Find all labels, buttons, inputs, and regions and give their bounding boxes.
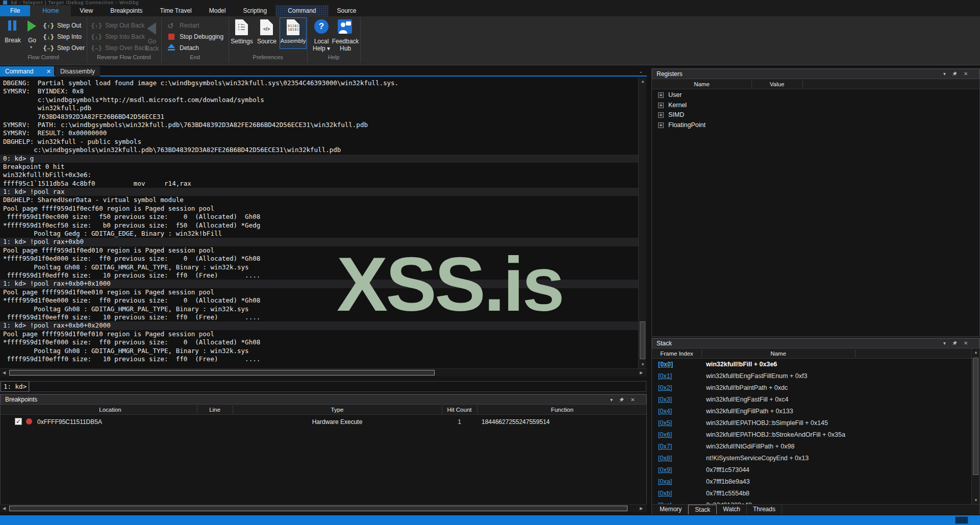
detach-button[interactable]: Detach <box>180 43 199 53</box>
step-out-button[interactable]: {↑} Step Out <box>43 20 81 31</box>
scroll-thumb[interactable] <box>9 506 627 511</box>
stack-frame-row[interactable]: [0x1] win32kfull!bEngFastFillEnum + 0xf3 <box>652 370 971 382</box>
stack-frame-row[interactable]: [0xa] 0x7fff1b8e9a43 <box>652 476 971 488</box>
frame-index-link[interactable]: [0x9] <box>658 464 672 476</box>
column-header[interactable]: Name <box>652 79 751 89</box>
expand-plus-icon[interactable] <box>658 122 664 128</box>
frame-index-link[interactable]: [0x2] <box>658 382 672 394</box>
panel-tab[interactable]: Threads <box>747 505 782 514</box>
go-dropdown-caret[interactable]: ▾ <box>30 45 32 49</box>
stack-frame-row[interactable]: [0x2] win32kfull!bPaintPath + 0xdc <box>652 382 971 394</box>
panel-tab[interactable]: Stack <box>688 505 717 514</box>
column-header[interactable]: Type <box>233 405 442 415</box>
step-over-button[interactable]: {→} Step Over <box>43 43 85 53</box>
expand-plus-icon[interactable] <box>658 103 664 108</box>
close-icon[interactable]: ✕ <box>631 397 635 403</box>
stack-frame-row[interactable]: [0x8] nt!KiSystemServiceCopyEnd + 0x13 <box>652 453 971 464</box>
step-into-back-button[interactable]: {↓} Step Into Back <box>91 32 145 42</box>
command-horizontal-scrollbar[interactable]: ◀ ▶ <box>0 368 647 377</box>
stack-frame-row[interactable]: [0x7] win32kfull!NtGdiFillPath + 0x98 <box>652 441 971 453</box>
panel-menu-icon[interactable]: ▾ <box>943 71 946 77</box>
breakpoints-horizontal-scrollbar[interactable]: ◀ ▶ <box>0 504 647 512</box>
pin-icon[interactable] <box>952 71 958 77</box>
tab-disassembly[interactable]: Disassembly <box>55 66 100 77</box>
column-header[interactable]: Location <box>23 405 197 415</box>
ribbon-tab[interactable]: Source <box>329 5 365 16</box>
ribbon-tab[interactable]: Command <box>275 5 328 16</box>
stack-frame-row[interactable]: [0x3] win32kfull!EngFastFill + 0xc4 <box>652 394 971 406</box>
register-group-row[interactable]: User <box>652 90 979 101</box>
chevron-down-icon[interactable]: ⌄ <box>639 68 643 74</box>
status-grip[interactable] <box>955 516 968 524</box>
restart-button[interactable]: Restart <box>180 20 199 31</box>
source-button[interactable]: Source <box>255 38 279 45</box>
go-button[interactable]: Go <box>23 37 41 44</box>
frame-index-link[interactable]: [0x0] <box>658 359 673 370</box>
stack-frame-row[interactable]: [0x4] win32kfull!EngFillPath + 0x133 <box>652 406 971 417</box>
scroll-down-icon[interactable]: ▼ <box>972 496 980 504</box>
scroll-left-icon[interactable]: ◀ <box>0 505 8 512</box>
column-header[interactable]: Frame Index <box>652 348 701 359</box>
step-into-button[interactable]: {↓} Step Into <box>43 32 82 42</box>
register-group-row[interactable]: Kernel <box>652 101 979 111</box>
ribbon-tab[interactable]: Time Travel <box>152 5 200 16</box>
assembly-button[interactable]: Assembly <box>280 38 307 44</box>
pin-icon[interactable] <box>619 397 624 403</box>
stack-frame-row[interactable]: [0x6] win32kfull!EPATHOBJ::bStrokeAndOrF… <box>652 429 971 441</box>
column-header[interactable]: Line <box>197 405 233 415</box>
command-vertical-scrollbar[interactable]: ▲ ▼ <box>638 78 646 368</box>
ribbon-tab[interactable]: Home <box>30 5 71 16</box>
ribbon-tab[interactable]: Model <box>200 5 235 16</box>
scroll-down-icon[interactable]: ▼ <box>639 361 647 368</box>
panel-tab[interactable]: Watch <box>717 505 747 514</box>
stack-frame-row[interactable]: [0xb] 0x7fff1c5554b8 <box>652 488 971 499</box>
close-icon[interactable]: ✕ <box>964 340 968 346</box>
stack-frame-row[interactable]: [0x0] win32kfull!bFill + 0x3e6 <box>652 359 971 370</box>
frame-index-link[interactable]: [0x3] <box>658 394 672 406</box>
scroll-up-icon[interactable]: ▲ <box>639 78 647 85</box>
settings-button[interactable]: Settings <box>229 38 255 45</box>
feedback-hub-button[interactable]: Feedback <box>331 38 360 45</box>
column-header[interactable]: Hit Count <box>442 405 477 415</box>
close-icon[interactable]: ✕ <box>964 71 968 77</box>
command-input[interactable] <box>29 381 646 392</box>
frame-index-link[interactable]: [0x4] <box>658 406 672 417</box>
register-group-row[interactable]: FloatingPoint <box>652 120 979 131</box>
frame-index-link[interactable]: [0x8] <box>658 453 672 464</box>
pin-icon[interactable] <box>952 340 958 346</box>
step-out-back-button[interactable]: {↑} Step Out Back <box>91 20 144 31</box>
frame-index-link[interactable]: [0x1] <box>658 370 672 382</box>
stack-frame-row[interactable]: [0x9] 0x7fff1c573044 <box>652 464 971 476</box>
local-help-button[interactable]: Local <box>310 38 333 45</box>
column-header[interactable]: Value <box>751 79 802 89</box>
column-header[interactable]: Function <box>477 405 647 415</box>
ribbon-tab[interactable]: File <box>0 5 30 16</box>
ribbon-tab[interactable]: View <box>71 5 102 16</box>
frame-index-link[interactable]: [0x5] <box>658 417 672 429</box>
step-over-back-button[interactable]: {→} Step Over Back <box>91 43 148 53</box>
frame-index-link[interactable]: [0x6] <box>658 429 672 441</box>
column-header[interactable]: Name <box>701 348 855 359</box>
frame-index-link[interactable]: [0xa] <box>658 476 672 488</box>
go-back-button[interactable]: Go <box>142 38 162 45</box>
close-icon[interactable]: ✕ <box>46 68 51 74</box>
scroll-thumb[interactable] <box>640 321 645 359</box>
breakpoint-checkbox[interactable]: ✓ <box>15 418 22 425</box>
command-output-window[interactable]: DBGENG: Partial symbol load found image … <box>0 78 647 368</box>
panel-menu-icon[interactable]: ▾ <box>943 340 946 346</box>
scroll-up-icon[interactable]: ▲ <box>972 348 980 356</box>
panel-tab[interactable]: Memory <box>654 505 688 514</box>
break-button[interactable]: Break <box>0 37 26 44</box>
stop-debugging-button[interactable]: Stop Debugging <box>180 32 223 42</box>
breakpoint-row[interactable]: ✓ 0xFFFF95C11511DB5A Hardware Execute 1 … <box>1 416 646 428</box>
tab-command[interactable]: Command ✕ <box>0 66 54 77</box>
expand-plus-icon[interactable] <box>658 92 664 98</box>
scroll-thumb[interactable] <box>973 358 978 475</box>
scroll-thumb[interactable] <box>9 370 435 376</box>
panel-menu-icon[interactable]: ▾ <box>610 397 613 403</box>
stack-frame-row[interactable]: [0x5] win32kfull!EPATHOBJ::bSimpleFill +… <box>652 417 971 429</box>
register-group-row[interactable]: SIMD <box>652 110 979 120</box>
scroll-left-icon[interactable]: ◀ <box>0 369 8 377</box>
stack-vertical-scrollbar[interactable]: ▲ ▼ <box>971 348 979 504</box>
scroll-right-icon[interactable]: ▶ <box>637 505 645 512</box>
